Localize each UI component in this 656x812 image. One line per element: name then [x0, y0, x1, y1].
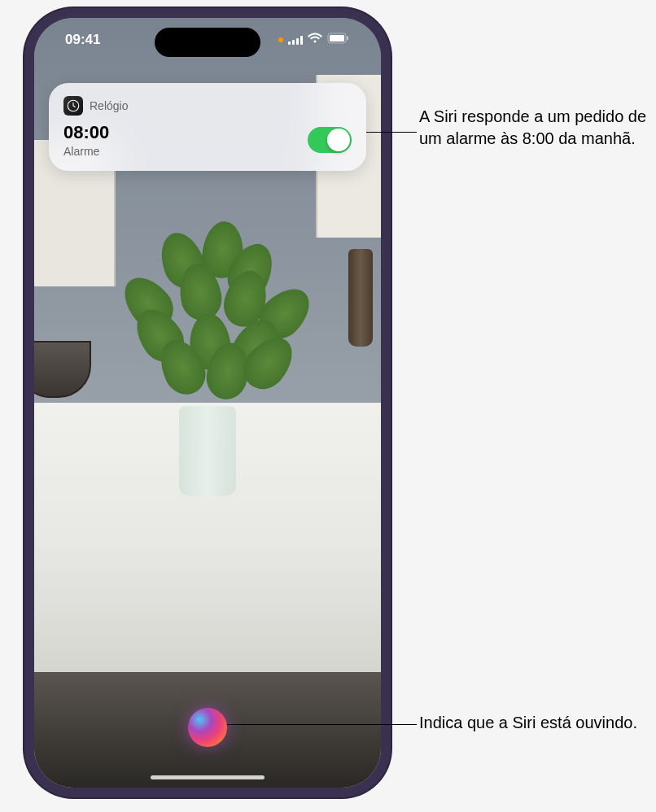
phone-frame: 09:41: [24, 8, 391, 797]
svg-rect-2: [347, 37, 348, 41]
callout-text-bottom: Indica que a Siri está ouvindo.: [419, 712, 637, 734]
callout-line: [221, 724, 417, 725]
battery-icon: [327, 32, 350, 48]
siri-orb-icon[interactable]: [188, 708, 227, 747]
wifi-icon: [308, 32, 322, 48]
home-indicator[interactable]: [151, 775, 265, 779]
svg-rect-1: [330, 35, 344, 41]
alarm-toggle[interactable]: [308, 127, 352, 153]
alarm-time: 08:00: [63, 122, 109, 143]
privacy-indicator-dot: [278, 37, 283, 42]
dynamic-island: [155, 28, 260, 57]
clock-app-icon: [63, 96, 83, 116]
phone-screen: 09:41: [34, 18, 381, 788]
callout-text-top: A Siri responde a um pedido de um alarme…: [419, 106, 655, 150]
alarm-label: Alarme: [63, 145, 109, 158]
notification-app-name: Relógio: [90, 99, 128, 112]
status-time: 09:41: [65, 32, 100, 48]
siri-notification-card[interactable]: Relógio 08:00 Alarme: [49, 83, 366, 171]
cellular-signal-icon: [288, 35, 303, 45]
